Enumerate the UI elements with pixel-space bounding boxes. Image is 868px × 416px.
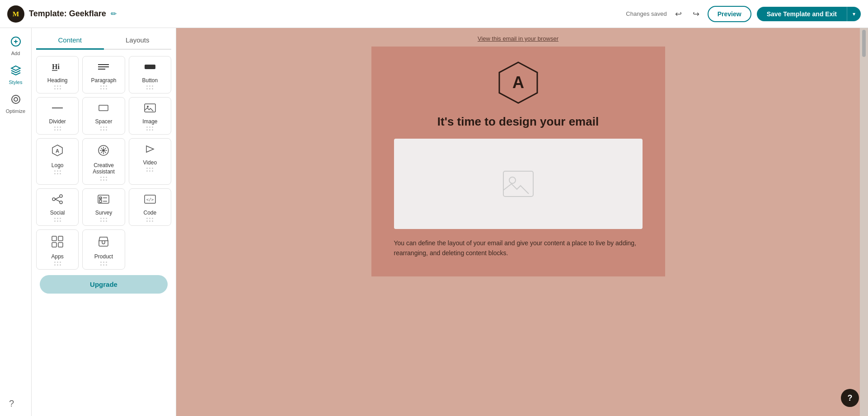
sidebar-item-add[interactable]: Add	[3, 33, 29, 60]
redo-button[interactable]: ↪	[690, 7, 702, 21]
content-item-divider[interactable]: Divider	[36, 97, 79, 135]
preview-button[interactable]: Preview	[708, 6, 751, 22]
apps-label: Apps	[51, 253, 63, 260]
placeholder-image-icon	[502, 170, 534, 197]
content-item-apps[interactable]: Apps	[36, 229, 79, 270]
right-scrollbar[interactable]	[860, 28, 868, 416]
scrollbar-thumb[interactable]	[862, 30, 866, 57]
apps-icon	[51, 235, 64, 251]
view-in-browser-link[interactable]: View this email in your browser	[478, 28, 558, 47]
content-item-social[interactable]: Social	[36, 188, 79, 226]
sidebar-item-styles-label: Styles	[9, 79, 23, 85]
survey-drag-handle	[100, 218, 107, 222]
svg-rect-49	[58, 243, 63, 247]
logo-label: Logo	[52, 162, 64, 168]
upgrade-button[interactable]: Upgrade	[40, 275, 168, 294]
svg-point-20	[147, 106, 149, 108]
save-template-button[interactable]: Save Template and Exit	[757, 7, 847, 21]
changes-saved-status: Changes saved	[626, 10, 666, 17]
divider-drag-handle	[54, 126, 61, 131]
svg-point-6	[14, 98, 18, 101]
image-label: Image	[142, 118, 157, 125]
product-icon	[97, 235, 110, 251]
svg-line-31	[101, 152, 103, 153]
spacer-label: Spacer	[95, 118, 112, 125]
social-label: Social	[50, 210, 65, 216]
edit-icon[interactable]: ✏	[111, 9, 117, 18]
email-logo: A	[496, 60, 541, 105]
heading-icon: Hi	[51, 62, 64, 75]
help-button[interactable]: ?	[841, 389, 859, 407]
apps-drag-handle	[54, 262, 61, 266]
button-icon	[144, 62, 156, 75]
content-item-creative-assistant[interactable]: Creative Assistant	[82, 138, 125, 185]
image-drag-handle	[146, 126, 153, 131]
svg-line-29	[105, 152, 106, 153]
svg-point-36	[52, 198, 55, 201]
tab-content[interactable]: Content	[36, 32, 104, 50]
survey-icon	[97, 194, 110, 207]
code-drag-handle	[146, 218, 153, 222]
content-grid: Hi Heading	[36, 56, 171, 270]
video-icon	[144, 144, 156, 157]
icon-sidebar: Add Styles	[0, 28, 32, 416]
svg-point-35	[60, 201, 62, 204]
svg-rect-52	[503, 171, 533, 196]
header-left: M Template: Geekflare ✏	[7, 5, 117, 23]
content-item-logo[interactable]: A Logo	[36, 138, 79, 185]
content-item-spacer[interactable]: Spacer	[82, 97, 125, 135]
content-item-code[interactable]: </> Code	[129, 188, 171, 226]
creative-assistant-drag-handle	[100, 177, 107, 181]
svg-rect-42	[99, 200, 102, 202]
content-item-paragraph[interactable]: Paragraph	[82, 56, 125, 93]
svg-rect-48	[52, 243, 56, 247]
sidebar-item-styles[interactable]: Styles	[3, 61, 29, 89]
content-item-survey[interactable]: Survey	[82, 188, 125, 226]
survey-label: Survey	[95, 210, 112, 216]
paragraph-icon	[97, 62, 110, 75]
heading-label: Heading	[47, 77, 68, 84]
svg-line-38	[55, 199, 60, 201]
spacer-icon	[97, 103, 110, 116]
content-item-button[interactable]: Button	[129, 56, 171, 93]
code-icon: </>	[144, 194, 156, 207]
content-item-image[interactable]: Image	[129, 97, 171, 135]
save-button-group: Save Template and Exit ▾	[757, 7, 861, 21]
tab-layouts[interactable]: Layouts	[104, 32, 172, 50]
main-layout: Add Styles	[0, 28, 868, 416]
content-panel: Content Layouts Hi Heading	[32, 28, 176, 416]
upgrade-area: Upgrade	[36, 270, 171, 294]
paragraph-drag-handle	[100, 85, 107, 89]
video-drag-handle	[146, 168, 153, 172]
logo-icon: A	[51, 144, 64, 159]
header-right: Changes saved ↩ ↪ Preview Save Template …	[626, 6, 861, 22]
button-label: Button	[142, 77, 158, 84]
svg-point-53	[509, 177, 516, 183]
button-drag-handle	[146, 85, 153, 89]
optimize-icon	[10, 94, 21, 107]
content-item-product[interactable]: Product	[82, 229, 125, 270]
styles-icon	[10, 65, 21, 78]
svg-line-37	[55, 197, 60, 199]
help-question-button[interactable]: ?	[9, 398, 14, 409]
social-drag-handle	[54, 218, 61, 222]
sidebar-item-optimize-label: Optimize	[6, 108, 25, 114]
svg-point-5	[12, 95, 20, 103]
svg-marker-33	[146, 146, 154, 152]
heading-drag-handle	[54, 85, 61, 89]
mailchimp-logo: M	[7, 5, 24, 23]
code-label: Code	[143, 210, 156, 216]
svg-text:</>: </>	[146, 197, 154, 202]
paragraph-label: Paragraph	[91, 77, 116, 84]
svg-line-30	[105, 148, 106, 150]
email-card: A It's time to design your email	[371, 47, 665, 276]
divider-label: Divider	[49, 118, 66, 125]
sidebar-item-optimize[interactable]: Optimize	[3, 90, 29, 117]
content-item-heading[interactable]: Hi Heading	[36, 56, 79, 93]
email-body-text: You can define the layout of your email …	[394, 238, 643, 258]
social-icon	[51, 194, 64, 207]
undo-button[interactable]: ↩	[672, 7, 685, 21]
email-canvas-area[interactable]: View this email in your browser A It's t…	[176, 28, 860, 416]
content-item-video[interactable]: Video	[129, 138, 171, 185]
save-dropdown-button[interactable]: ▾	[847, 7, 861, 21]
